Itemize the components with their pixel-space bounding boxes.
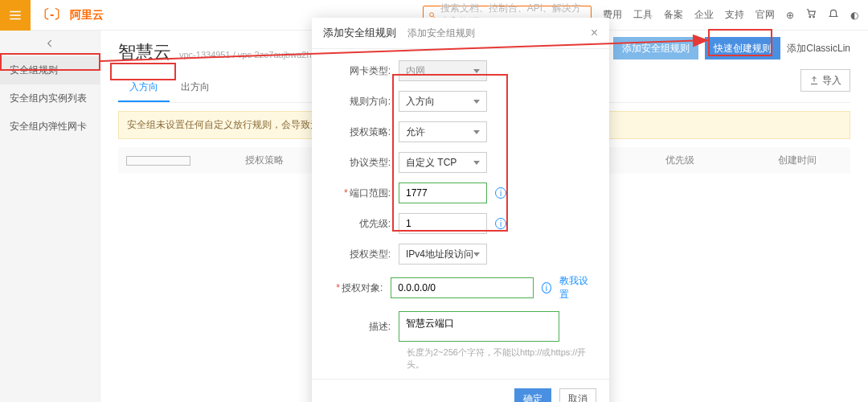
- direction-select[interactable]: 入方向: [399, 91, 487, 112]
- label-port: *端口范围:: [328, 187, 399, 200]
- add-rule-modal: 添加安全组规则 添加安全组规则 × 网卡类型: 内网 规则方向: 入方向 授权策…: [312, 18, 609, 402]
- confirm-button[interactable]: 确定: [514, 388, 551, 403]
- label-dir: 规则方向:: [328, 95, 399, 109]
- info-icon[interactable]: i: [495, 218, 506, 229]
- chevron-down-icon: [473, 69, 480, 73]
- nic-select[interactable]: 内网: [399, 60, 487, 81]
- authtype-select[interactable]: IPv4地址段访问: [399, 244, 487, 265]
- modal-header: 添加安全组规则 添加安全组规则 ×: [312, 18, 609, 49]
- port-input[interactable]: [399, 183, 487, 203]
- chevron-down-icon: [473, 130, 480, 134]
- chevron-down-icon: [473, 100, 480, 104]
- chevron-down-icon: [473, 252, 480, 256]
- label-prio: 优先级:: [328, 217, 399, 231]
- cancel-button[interactable]: 取消: [559, 388, 596, 403]
- teach-link[interactable]: 教我设置: [559, 274, 593, 302]
- label-desc: 描述:: [328, 320, 399, 334]
- policy-select[interactable]: 允许: [399, 121, 487, 142]
- info-icon[interactable]: i: [542, 282, 552, 293]
- modal-footer: 确定 取消: [312, 379, 609, 402]
- desc-hint: 长度为2~256个字符，不能以http://或https://开头。: [407, 347, 593, 371]
- modal-form: 网卡类型: 内网 规则方向: 入方向 授权策略: 允许 协议类型: 自定义 TC…: [312, 49, 609, 379]
- desc-input[interactable]: 智慧云端口: [399, 311, 559, 342]
- modal-subtitle: 添加安全组规则: [407, 27, 475, 40]
- close-icon[interactable]: ×: [591, 26, 598, 40]
- target-input[interactable]: [391, 277, 533, 298]
- label-policy: 授权策略:: [328, 125, 399, 139]
- priority-input[interactable]: [399, 213, 487, 234]
- protocol-select[interactable]: 自定义 TCP: [399, 152, 487, 173]
- chevron-down-icon: [473, 161, 480, 165]
- info-icon[interactable]: i: [495, 187, 506, 199]
- label-nic: 网卡类型:: [328, 64, 399, 78]
- modal-title: 添加安全组规则: [323, 26, 396, 40]
- label-target: *授权对象:: [328, 281, 391, 295]
- label-authtype: 授权类型:: [328, 248, 399, 261]
- label-proto: 协议类型:: [328, 156, 399, 170]
